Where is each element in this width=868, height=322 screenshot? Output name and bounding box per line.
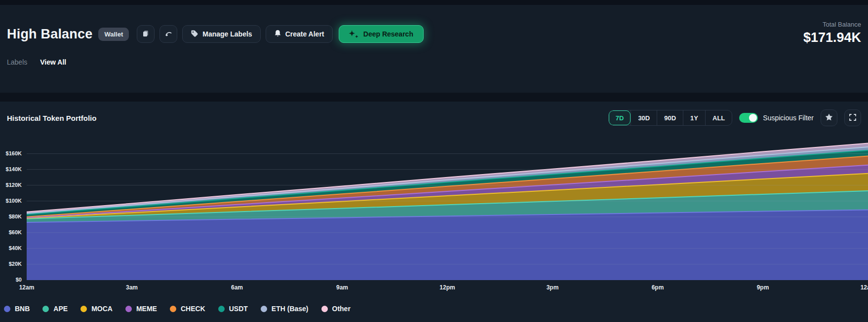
legend-item-usdt[interactable]: USDT xyxy=(218,305,248,313)
legend-label: USDT xyxy=(229,305,248,313)
legend-label: Other xyxy=(332,305,351,313)
legend-dot xyxy=(80,306,87,312)
deep-research-label: Deep Research xyxy=(363,30,413,38)
wallet-header: High Balance Wallet Manage Labels Create… xyxy=(0,5,868,93)
watch-wallet-button[interactable] xyxy=(159,25,177,43)
legend-dot xyxy=(218,306,225,312)
legend-item-check[interactable]: CHECK xyxy=(170,305,205,313)
legend-label: BNB xyxy=(15,305,30,313)
copy-icon xyxy=(142,30,150,39)
tag-icon xyxy=(191,30,198,39)
copy-address-button[interactable] xyxy=(137,25,155,43)
window-top-strip xyxy=(0,0,868,5)
y-axis-label: $100K xyxy=(0,198,22,204)
manage-labels-label: Manage Labels xyxy=(202,30,252,38)
deep-research-button[interactable]: ✦✦ Deep Research xyxy=(339,25,424,43)
legend-item-other[interactable]: Other xyxy=(321,305,351,313)
chart-legend: BNBAPEMOCAMEMECHECKUSDTETH (Base)Other xyxy=(4,305,351,313)
legend-label: MEME xyxy=(136,305,157,313)
view-all-link[interactable]: View All xyxy=(40,58,66,66)
x-axis-label: 9am xyxy=(326,284,358,291)
y-axis-label: $140K xyxy=(0,166,22,172)
y-axis-label: $20K xyxy=(0,261,22,267)
portfolio-card: Historical Token Portfolio 7D30D90D1YALL… xyxy=(0,102,868,322)
create-alert-button[interactable]: Create Alert xyxy=(266,25,333,43)
stacked-area-svg[interactable] xyxy=(0,123,868,280)
legend-label: ETH (Base) xyxy=(272,305,309,313)
y-axis-label: $40K xyxy=(0,245,22,251)
create-alert-label: Create Alert xyxy=(285,30,324,38)
legend-dot xyxy=(321,306,328,312)
page-title: High Balance xyxy=(7,27,92,42)
watch-icon xyxy=(164,29,173,39)
legend-item-eth-base-[interactable]: ETH (Base) xyxy=(261,305,309,313)
legend-item-meme[interactable]: MEME xyxy=(125,305,157,313)
section-divider xyxy=(0,93,868,102)
labels-section-label: Labels xyxy=(7,58,27,66)
total-balance-label: Total Balance xyxy=(803,21,861,28)
y-axis-label: $60K xyxy=(0,229,22,235)
portfolio-area-chart[interactable]: $0$20K$40K$60K$80K$100K$120K$140K$160K 1… xyxy=(0,102,868,322)
legend-label: MOCA xyxy=(91,305,113,313)
legend-label: CHECK xyxy=(181,305,205,313)
total-balance: Total Balance $171.94K xyxy=(803,21,861,45)
x-axis-label: 6am xyxy=(221,284,253,291)
x-axis-label: 3pm xyxy=(537,284,568,291)
legend-label: APE xyxy=(53,305,68,313)
x-axis-label: 12am xyxy=(11,284,42,291)
bell-icon xyxy=(274,30,281,39)
y-axis-label: $0 xyxy=(0,277,22,283)
legend-dot xyxy=(4,306,10,312)
y-axis-label: $160K xyxy=(0,150,22,156)
legend-dot xyxy=(42,306,49,312)
y-axis-label: $120K xyxy=(0,182,22,188)
x-axis-label: 12pm xyxy=(432,284,463,291)
legend-item-bnb[interactable]: BNB xyxy=(4,305,30,313)
total-balance-value: $171.94K xyxy=(803,30,861,45)
x-axis-label: 12am xyxy=(852,284,868,291)
sparkles-icon: ✦✦ xyxy=(349,29,358,39)
y-axis-label: $80K xyxy=(0,214,22,219)
legend-dot xyxy=(125,306,132,312)
manage-labels-button[interactable]: Manage Labels xyxy=(182,25,260,43)
x-axis-label: 6pm xyxy=(642,284,673,291)
x-axis-label: 3am xyxy=(116,284,148,291)
legend-item-moca[interactable]: MOCA xyxy=(80,305,113,313)
legend-dot xyxy=(170,306,176,312)
legend-dot xyxy=(261,306,267,312)
x-axis-label: 9pm xyxy=(747,284,779,291)
wallet-type-badge: Wallet xyxy=(98,28,129,41)
legend-item-ape[interactable]: APE xyxy=(42,305,68,313)
